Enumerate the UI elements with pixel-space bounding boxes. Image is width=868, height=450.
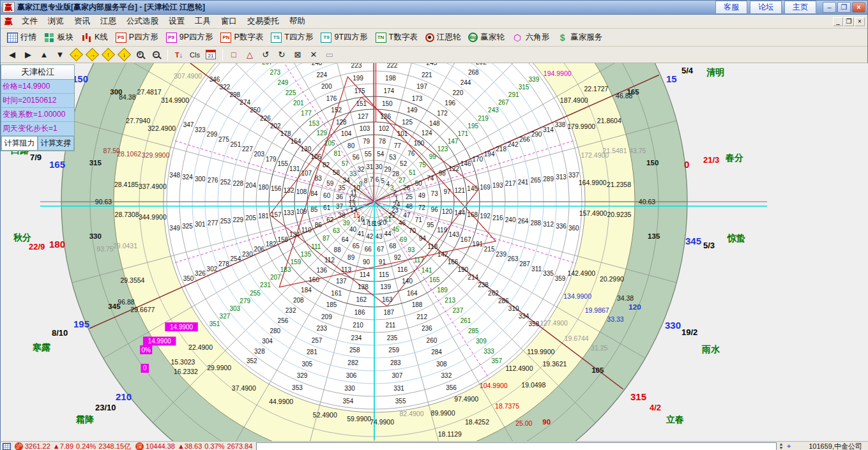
svg-text:4: 4: [386, 181, 390, 188]
solar-date-label: 5/4: [681, 66, 693, 75]
svg-text:127.4900: 127.4900: [540, 319, 568, 327]
svg-text:18.1129: 18.1129: [438, 430, 462, 438]
title-link-2[interactable]: 主页: [784, 1, 816, 14]
shift-right-button[interactable]: →: [84, 48, 100, 61]
svg-text:49: 49: [418, 192, 426, 199]
toolbar-item-T数字表[interactable]: TNT数字表: [372, 30, 422, 45]
draw-square-button[interactable]: □: [226, 48, 241, 61]
svg-text:346: 346: [209, 76, 220, 83]
menu-item-帮助[interactable]: 帮助: [284, 15, 310, 28]
title-link-0[interactable]: 客服: [715, 1, 747, 14]
toolbar-item-六角形[interactable]: ⬡六角形: [508, 30, 554, 45]
svg-text:164.9900: 164.9900: [579, 179, 607, 186]
toolbar-item-赢家轮[interactable]: Big赢家轮: [464, 30, 508, 45]
svg-text:236: 236: [422, 325, 432, 332]
svg-text:52.4900: 52.4900: [313, 411, 337, 419]
menu-item-窗口[interactable]: 窗口: [216, 15, 242, 28]
zoom-out-button[interactable]: −: [148, 48, 164, 61]
child-restore-button[interactable]: ❐: [844, 17, 854, 26]
calendar-button[interactable]: 21: [203, 48, 218, 61]
svg-text:300: 300: [110, 88, 122, 96]
close-button[interactable]: ×: [852, 2, 865, 13]
svg-text:201: 201: [293, 100, 304, 107]
toolbar-item-江恩轮[interactable]: 江恩轮: [422, 30, 465, 45]
svg-text:90.63: 90.63: [95, 198, 112, 206]
svg-text:33.33: 33.33: [607, 315, 623, 323]
svg-text:93: 93: [407, 246, 415, 253]
menu-item-公式选股[interactable]: 公式选股: [121, 15, 164, 28]
svg-text:46: 46: [399, 220, 406, 227]
restore-button[interactable]: ❐: [837, 2, 851, 13]
svg-text:209: 209: [321, 313, 332, 320]
svg-text:111: 111: [311, 243, 321, 250]
svg-text:63: 63: [333, 227, 340, 234]
svg-text:221: 221: [422, 71, 432, 79]
title-link-1[interactable]: 论坛: [750, 1, 782, 14]
zoom-in-button[interactable]: +: [132, 48, 148, 61]
svg-text:274: 274: [240, 99, 250, 106]
center-view-button[interactable]: ✕: [306, 48, 321, 61]
toolbar-item-行情[interactable]: 行情: [3, 30, 40, 45]
svg-text:186: 186: [354, 309, 365, 316]
cls-button[interactable]: Cls: [187, 48, 202, 61]
draw-triangle-button[interactable]: △: [242, 48, 257, 61]
solar-term-label: 霜降: [76, 414, 94, 426]
svg-text:104.9900: 104.9900: [480, 382, 508, 389]
toolbar-item-赢家服务[interactable]: $赢家服务: [553, 30, 606, 45]
svg-text:266: 266: [519, 136, 530, 143]
menu-item-设置[interactable]: 设置: [164, 15, 190, 28]
page-down-button[interactable]: ▼: [52, 48, 68, 61]
toolbar-item-P数字表[interactable]: PNP数字表: [217, 30, 267, 45]
panel-button-计算支撑[interactable]: 计算支撑: [38, 136, 74, 151]
svg-text:142.4900: 142.4900: [567, 269, 595, 277]
gann-wheel-chart[interactable]: 1234567891011121314151617181920212223242…: [1, 63, 868, 441]
child-close-button[interactable]: ×: [855, 17, 865, 26]
svg-text:19.9867: 19.9867: [585, 306, 609, 314]
menu-item-文件[interactable]: 文件: [17, 15, 43, 28]
menu-item-资讯[interactable]: 资讯: [69, 15, 95, 28]
svg-text:158: 158: [277, 236, 288, 243]
command-input[interactable]: [256, 442, 777, 450]
calendar-icon: 21: [206, 50, 216, 59]
app-logo-icon: 赢: [3, 2, 15, 13]
svg-text:64: 64: [342, 236, 349, 243]
minimize-button[interactable]: –: [823, 2, 836, 13]
menu-item-浏览[interactable]: 浏览: [43, 15, 69, 28]
shift-left-button[interactable]: ←: [68, 48, 84, 61]
rotate-ccw-button[interactable]: ↺: [258, 48, 273, 61]
9T四方形-icon: T9: [321, 33, 331, 43]
menu-item-交易委托[interactable]: 交易委托: [242, 15, 284, 28]
menu-item-工具[interactable]: 工具: [190, 15, 216, 28]
shift-up-button[interactable]: ↑: [100, 48, 116, 61]
spinner-control[interactable]: ▲▼: [778, 442, 784, 450]
toolbar-item-9P四方形[interactable]: P99P四方形: [162, 30, 217, 45]
time-price-button[interactable]: T↓: [171, 48, 187, 61]
9P四方形-icon: P9: [166, 33, 177, 43]
page-up-button[interactable]: ▲: [36, 48, 52, 61]
scroll-left-button[interactable]: ◀: [4, 48, 20, 61]
degree-label: 180: [49, 239, 65, 250]
toolbar-item-label: 赢家轮: [480, 32, 505, 43]
panel-button-计算阻力[interactable]: 计算阻力: [1, 136, 38, 151]
svg-text:82: 82: [323, 161, 330, 169]
toolbar-item-T四方形[interactable]: TST四方形: [267, 30, 317, 45]
toolbar-item-label: P数字表: [234, 32, 263, 43]
scroll-right-button[interactable]: ▶: [20, 48, 36, 61]
svg-text:45: 45: [392, 226, 400, 233]
delete-box-button[interactable]: ⊠: [290, 48, 305, 61]
svg-text:148: 148: [429, 120, 440, 127]
toolbar-item-K线[interactable]: K线: [77, 30, 112, 45]
degree-label: 345: [685, 236, 701, 246]
quote-grid-icon[interactable]: [3, 443, 11, 450]
shift-down-button[interactable]: ↓: [116, 48, 132, 61]
menu-item-江恩[interactable]: 江恩: [95, 15, 121, 28]
rotate-cw-button[interactable]: ↻: [274, 48, 289, 61]
child-minimize-button[interactable]: _: [833, 17, 843, 26]
svg-text:8: 8: [364, 177, 368, 184]
toolbar-item-9T四方形[interactable]: T99T四方形: [317, 30, 371, 45]
screen-button[interactable]: ▭: [322, 48, 337, 61]
toolbar-item-P四方形[interactable]: PSP四方形: [112, 30, 162, 45]
toolbar-item-板块[interactable]: 板块: [40, 30, 77, 45]
svg-text:121: 121: [455, 187, 466, 194]
svg-text:279: 279: [240, 297, 250, 304]
